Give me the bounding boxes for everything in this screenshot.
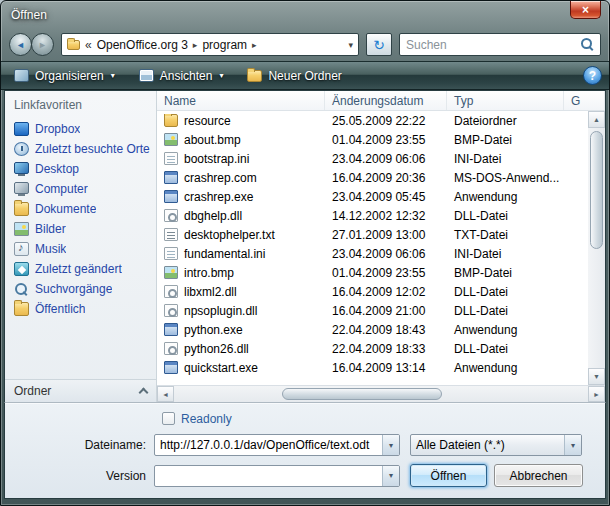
changed-icon (14, 262, 29, 276)
version-label: Version (13, 469, 154, 483)
sidebar-item-computer[interactable]: Computer (5, 179, 156, 199)
forward-button[interactable]: ► (31, 33, 54, 56)
readonly-checkbox[interactable] (162, 412, 175, 425)
file-date: 16.04.2009 21:00 (325, 304, 447, 318)
file-row[interactable]: about.bmp 01.04.2009 23:55 BMP-Datei (157, 130, 588, 149)
readonly-label[interactable]: Readonly (181, 412, 232, 426)
file-row[interactable]: resource 25.05.2009 22:22 Dateiordner (157, 111, 588, 130)
scroll-left-button[interactable]: ◄ (157, 386, 174, 402)
file-row[interactable]: bootstrap.ini 23.04.2009 06:06 INI-Datei (157, 149, 588, 168)
filename-combo[interactable]: ▾ (154, 434, 400, 456)
ansichten-button[interactable]: Ansichten ▾ (133, 67, 230, 85)
file-row[interactable]: libxml2.dll 16.04.2009 12:02 DLL-Datei (157, 282, 588, 301)
organisieren-caret-icon: ▾ (111, 71, 115, 80)
breadcrumb-separator-icon[interactable]: ▸ (252, 40, 257, 50)
horizontal-scroll-thumb[interactable] (282, 388, 442, 400)
horizontal-scroll-track[interactable] (174, 386, 588, 402)
search-box[interactable] (399, 33, 601, 56)
app-file-icon (164, 361, 178, 374)
sidebar-item-label: Suchvorgänge (35, 282, 112, 296)
breadcrumb-dropdown-icon[interactable]: ▾ (348, 40, 353, 50)
sidebar-item-desktop[interactable]: Desktop (5, 159, 156, 179)
vertical-scrollbar[interactable]: ▲ ▼ (588, 111, 605, 385)
dropdown-icon: ▾ (389, 441, 393, 450)
filetype-dropdown-button[interactable]: ▾ (564, 435, 581, 455)
sidebar-item-label: Desktop (35, 162, 79, 176)
scroll-left-icon: ◄ (162, 391, 169, 398)
open-dialog-window: Öffnen × ◄ ► « OpenOffice.org 3 ▸ progra… (0, 0, 610, 506)
folder-file-icon (164, 114, 178, 127)
file-date: 23.04.2009 06:06 (325, 247, 447, 261)
file-name-cell: about.bmp (157, 133, 325, 147)
file-row[interactable]: python26.dll 22.04.2009 18:33 DLL-Datei (157, 339, 588, 358)
sidebar-item-recent[interactable]: Zuletzt besuchte Orte (5, 139, 156, 159)
search-input[interactable] (406, 38, 581, 52)
filename-input[interactable] (155, 435, 382, 455)
breadcrumb-item-program[interactable]: program (202, 38, 247, 52)
open-button-label: Öffnen (431, 469, 467, 483)
image-file-icon (164, 133, 178, 146)
scroll-up-button[interactable]: ▲ (588, 111, 605, 128)
file-date: 22.04.2009 18:33 (325, 342, 447, 356)
breadcrumb-separator-icon[interactable]: ▸ (193, 40, 198, 50)
sidebar-item-pictures[interactable]: Bilder (5, 219, 156, 239)
column-header-date[interactable]: Änderungsdatum (325, 91, 447, 110)
organisieren-button[interactable]: Organisieren ▾ (8, 67, 121, 85)
sidebar-item-dropbox[interactable]: Dropbox (5, 119, 156, 139)
file-row[interactable]: dbghelp.dll 14.12.2002 12:32 DLL-Datei (157, 206, 588, 225)
filetype-select[interactable]: Alle Dateien (*.*) ▾ (410, 434, 582, 456)
version-row: Version ▾ Öffnen Abbrechen (13, 464, 597, 487)
file-row[interactable]: desktophelper.txt 27.01.2009 13:00 TXT-D… (157, 225, 588, 244)
titlebar[interactable]: Öffnen × (1, 1, 609, 28)
sidebar-folders-toggle[interactable]: Ordner (5, 379, 156, 402)
file-name-cell: npsoplugin.dll (157, 304, 325, 318)
breadcrumb-item-openoffice[interactable]: OpenOffice.org 3 (97, 38, 188, 52)
file-type: INI-Datei (447, 247, 564, 261)
file-row[interactable]: crashrep.exe 23.04.2009 05:45 Anwendung (157, 187, 588, 206)
file-type: DLL-Datei (447, 285, 564, 299)
refresh-button[interactable]: ↻ (366, 33, 392, 56)
file-row[interactable]: intro.bmp 01.04.2009 23:55 BMP-Datei (157, 263, 588, 282)
scroll-right-button[interactable]: ► (588, 386, 605, 402)
file-type: MS-DOS-Anwend... (447, 171, 564, 185)
sidebar-item-search[interactable]: Suchvorgänge (5, 279, 156, 299)
version-dropdown-button[interactable]: ▾ (382, 466, 399, 486)
file-row[interactable]: quickstart.exe 16.04.2009 13:14 Anwendun… (157, 358, 588, 377)
sidebar-item-label: Öffentlich (35, 302, 85, 316)
file-name-cell: intro.bmp (157, 266, 325, 280)
column-header-type[interactable]: Typ (447, 91, 564, 110)
search-icon[interactable] (581, 38, 594, 51)
close-button[interactable]: × (570, 1, 601, 19)
scroll-down-button[interactable]: ▼ (588, 368, 605, 385)
cancel-button[interactable]: Abbrechen (494, 464, 583, 487)
help-button[interactable]: ? (583, 66, 602, 85)
version-select[interactable]: ▾ (154, 465, 400, 487)
breadcrumb[interactable]: « OpenOffice.org 3 ▸ program ▸ ▾ (61, 33, 359, 56)
breadcrumb-overflow-button[interactable]: « (85, 38, 92, 52)
file-row[interactable]: crashrep.com 16.04.2009 20:36 MS-DOS-Anw… (157, 168, 588, 187)
sidebar-item-changed[interactable]: Zuletzt geändert (5, 259, 156, 279)
neuer-ordner-button[interactable]: Neuer Ordner (241, 67, 347, 85)
horizontal-scrollbar[interactable]: ◄ ► (157, 385, 605, 402)
sidebar-item-public[interactable]: Öffentlich (5, 299, 156, 319)
vertical-scroll-track[interactable] (588, 128, 605, 368)
column-header-size[interactable]: G (564, 91, 605, 110)
sidebar-item-documents[interactable]: Dokumente (5, 199, 156, 219)
file-date: 27.01.2009 13:00 (325, 228, 447, 242)
column-header-name[interactable]: Name (157, 91, 325, 110)
file-date: 01.04.2009 23:55 (325, 266, 447, 280)
file-type: DLL-Datei (447, 209, 564, 223)
back-button[interactable]: ◄ (9, 33, 32, 56)
ini-file-icon (164, 152, 178, 165)
file-row[interactable]: fundamental.ini 23.04.2009 06:06 INI-Dat… (157, 244, 588, 263)
vertical-scroll-thumb[interactable] (590, 131, 603, 249)
filename-dropdown-button[interactable]: ▾ (382, 435, 399, 455)
file-name-cell: libxml2.dll (157, 285, 325, 299)
open-button[interactable]: Öffnen (410, 464, 487, 487)
file-name: fundamental.ini (184, 247, 265, 261)
file-date: 25.05.2009 22:22 (325, 114, 447, 128)
file-name: quickstart.exe (184, 361, 258, 375)
sidebar-item-music[interactable]: Musik (5, 239, 156, 259)
file-row[interactable]: python.exe 22.04.2009 18:43 Anwendung (157, 320, 588, 339)
file-row[interactable]: npsoplugin.dll 16.04.2009 21:00 DLL-Date… (157, 301, 588, 320)
